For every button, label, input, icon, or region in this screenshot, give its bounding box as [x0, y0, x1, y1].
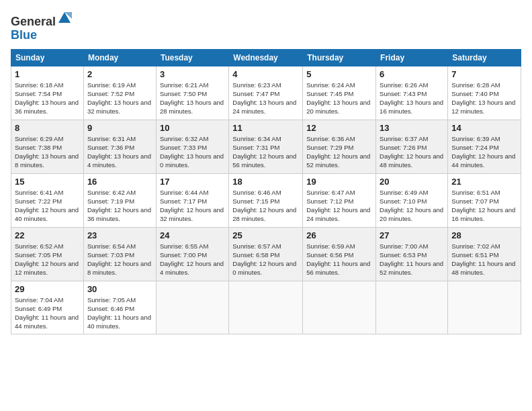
day-number: 25	[232, 230, 299, 240]
day-info: Sunrise: 6:51 AM Sunset: 7:07 PM Dayligh…	[451, 188, 517, 224]
weekday-header-row: SundayMondayTuesdayWednesdayThursdayFrid…	[11, 49, 521, 66]
weekday-header-monday: Monday	[83, 49, 156, 66]
calendar-cell: 11Sunrise: 6:34 AM Sunset: 7:31 PM Dayli…	[229, 120, 303, 173]
calendar-cell: 21Sunrise: 6:51 AM Sunset: 7:07 PM Dayli…	[448, 173, 521, 227]
calendar-cell: 28Sunrise: 7:02 AM Sunset: 6:51 PM Dayli…	[448, 227, 521, 281]
day-number: 30	[87, 284, 152, 294]
day-info: Sunrise: 6:21 AM Sunset: 7:50 PM Dayligh…	[160, 81, 225, 116]
day-info: Sunrise: 6:39 AM Sunset: 7:24 PM Dayligh…	[451, 134, 517, 170]
page: General Blue SundayMondayTuesdayWednesda…	[0, 0, 532, 411]
weekday-header-sunday: Sunday	[11, 49, 84, 66]
day-info: Sunrise: 7:04 AM Sunset: 6:49 PM Dayligh…	[15, 295, 80, 331]
day-info: Sunrise: 6:32 AM Sunset: 7:33 PM Dayligh…	[160, 134, 225, 170]
calendar-week-3: 15Sunrise: 6:41 AM Sunset: 7:22 PM Dayli…	[11, 173, 521, 227]
day-number: 21	[451, 177, 517, 187]
calendar-cell: 16Sunrise: 6:42 AM Sunset: 7:19 PM Dayli…	[83, 173, 156, 227]
calendar-cell	[303, 281, 376, 334]
day-number: 20	[380, 177, 444, 187]
day-info: Sunrise: 6:31 AM Sunset: 7:36 PM Dayligh…	[87, 134, 152, 170]
calendar-cell: 4Sunrise: 6:23 AM Sunset: 7:47 PM Daylig…	[229, 66, 303, 120]
calendar-cell: 22Sunrise: 6:52 AM Sunset: 7:05 PM Dayli…	[11, 227, 84, 281]
calendar-cell: 14Sunrise: 6:39 AM Sunset: 7:24 PM Dayli…	[448, 120, 521, 173]
day-info: Sunrise: 6:36 AM Sunset: 7:29 PM Dayligh…	[306, 134, 372, 170]
calendar-week-1: 1Sunrise: 6:18 AM Sunset: 7:54 PM Daylig…	[11, 66, 521, 120]
weekday-header-wednesday: Wednesday	[229, 49, 303, 66]
day-number: 17	[160, 177, 225, 187]
day-info: Sunrise: 6:44 AM Sunset: 7:17 PM Dayligh…	[160, 188, 225, 224]
calendar-table: SundayMondayTuesdayWednesdayThursdayFrid…	[11, 49, 521, 334]
day-number: 5	[306, 69, 372, 79]
day-number: 14	[451, 123, 517, 133]
day-number: 23	[87, 230, 152, 240]
day-info: Sunrise: 6:47 AM Sunset: 7:12 PM Dayligh…	[306, 188, 372, 224]
day-number: 13	[380, 123, 444, 133]
day-info: Sunrise: 6:37 AM Sunset: 7:26 PM Dayligh…	[380, 134, 444, 170]
day-info: Sunrise: 6:42 AM Sunset: 7:19 PM Dayligh…	[87, 188, 152, 224]
day-info: Sunrise: 6:54 AM Sunset: 7:03 PM Dayligh…	[87, 242, 152, 277]
calendar-cell: 6Sunrise: 6:26 AM Sunset: 7:43 PM Daylig…	[376, 66, 448, 120]
day-number: 29	[15, 284, 80, 294]
calendar-cell: 27Sunrise: 7:00 AM Sunset: 6:53 PM Dayli…	[376, 227, 448, 281]
logo-blue: Blue	[11, 28, 37, 42]
calendar-cell: 3Sunrise: 6:21 AM Sunset: 7:50 PM Daylig…	[156, 66, 228, 120]
day-info: Sunrise: 6:49 AM Sunset: 7:10 PM Dayligh…	[380, 188, 444, 224]
day-number: 4	[232, 69, 299, 79]
day-number: 26	[306, 230, 372, 240]
day-number: 1	[15, 69, 80, 79]
calendar-cell: 9Sunrise: 6:31 AM Sunset: 7:36 PM Daylig…	[83, 120, 156, 173]
calendar-cell	[229, 281, 303, 334]
day-number: 12	[306, 123, 372, 133]
day-number: 2	[87, 69, 152, 79]
day-info: Sunrise: 6:29 AM Sunset: 7:38 PM Dayligh…	[15, 134, 80, 170]
day-number: 28	[451, 230, 517, 240]
day-info: Sunrise: 7:02 AM Sunset: 6:51 PM Dayligh…	[451, 242, 517, 277]
calendar-cell	[448, 281, 521, 334]
calendar-cell: 19Sunrise: 6:47 AM Sunset: 7:12 PM Dayli…	[303, 173, 376, 227]
day-info: Sunrise: 6:57 AM Sunset: 6:58 PM Dayligh…	[232, 242, 299, 277]
weekday-header-thursday: Thursday	[303, 49, 376, 66]
day-number: 15	[15, 177, 80, 187]
header: General Blue	[11, 11, 521, 42]
day-info: Sunrise: 6:59 AM Sunset: 6:56 PM Dayligh…	[306, 242, 372, 277]
weekday-header-tuesday: Tuesday	[156, 49, 228, 66]
calendar-cell: 15Sunrise: 6:41 AM Sunset: 7:22 PM Dayli…	[11, 173, 84, 227]
calendar-cell: 10Sunrise: 6:32 AM Sunset: 7:33 PM Dayli…	[156, 120, 228, 173]
day-info: Sunrise: 6:46 AM Sunset: 7:15 PM Dayligh…	[232, 188, 299, 224]
day-info: Sunrise: 6:28 AM Sunset: 7:40 PM Dayligh…	[451, 81, 517, 116]
day-number: 16	[87, 177, 152, 187]
calendar-cell: 20Sunrise: 6:49 AM Sunset: 7:10 PM Dayli…	[376, 173, 448, 227]
calendar-cell	[376, 281, 448, 334]
day-number: 11	[232, 123, 299, 133]
weekday-header-saturday: Saturday	[448, 49, 521, 66]
calendar-cell: 7Sunrise: 6:28 AM Sunset: 7:40 PM Daylig…	[448, 66, 521, 120]
calendar-cell: 30Sunrise: 7:05 AM Sunset: 6:46 PM Dayli…	[83, 281, 156, 334]
calendar-cell: 5Sunrise: 6:24 AM Sunset: 7:45 PM Daylig…	[303, 66, 376, 120]
logo: General Blue	[11, 11, 72, 42]
day-number: 27	[380, 230, 444, 240]
day-info: Sunrise: 6:26 AM Sunset: 7:43 PM Dayligh…	[380, 81, 444, 116]
day-info: Sunrise: 6:18 AM Sunset: 7:54 PM Dayligh…	[15, 81, 80, 116]
calendar-cell: 8Sunrise: 6:29 AM Sunset: 7:38 PM Daylig…	[11, 120, 84, 173]
day-number: 9	[87, 123, 152, 133]
day-number: 24	[160, 230, 225, 240]
weekday-header-friday: Friday	[376, 49, 448, 66]
calendar-cell: 2Sunrise: 6:19 AM Sunset: 7:52 PM Daylig…	[83, 66, 156, 120]
day-number: 18	[232, 177, 299, 187]
day-number: 19	[306, 177, 372, 187]
calendar-cell: 18Sunrise: 6:46 AM Sunset: 7:15 PM Dayli…	[229, 173, 303, 227]
day-number: 3	[160, 69, 225, 79]
calendar-cell: 17Sunrise: 6:44 AM Sunset: 7:17 PM Dayli…	[156, 173, 228, 227]
calendar-cell: 1Sunrise: 6:18 AM Sunset: 7:54 PM Daylig…	[11, 66, 84, 120]
day-info: Sunrise: 6:34 AM Sunset: 7:31 PM Dayligh…	[232, 134, 299, 170]
calendar-cell: 24Sunrise: 6:55 AM Sunset: 7:00 PM Dayli…	[156, 227, 228, 281]
day-info: Sunrise: 6:52 AM Sunset: 7:05 PM Dayligh…	[15, 242, 80, 277]
day-info: Sunrise: 7:05 AM Sunset: 6:46 PM Dayligh…	[87, 295, 152, 331]
calendar-cell: 25Sunrise: 6:57 AM Sunset: 6:58 PM Dayli…	[229, 227, 303, 281]
day-info: Sunrise: 6:55 AM Sunset: 7:00 PM Dayligh…	[160, 242, 225, 277]
day-number: 8	[15, 123, 80, 133]
day-info: Sunrise: 6:41 AM Sunset: 7:22 PM Dayligh…	[15, 188, 80, 224]
calendar-cell: 26Sunrise: 6:59 AM Sunset: 6:56 PM Dayli…	[303, 227, 376, 281]
day-number: 6	[380, 69, 444, 79]
logo-icon	[57, 11, 72, 26]
calendar-week-4: 22Sunrise: 6:52 AM Sunset: 7:05 PM Dayli…	[11, 227, 521, 281]
